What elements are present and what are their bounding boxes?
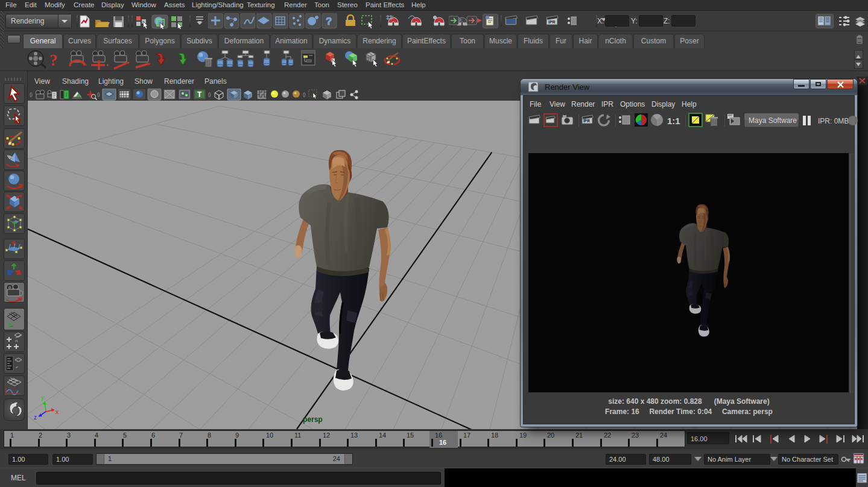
svg-text:z: z (34, 414, 37, 421)
svg-text:y: y (41, 394, 44, 401)
svg-text:IPR: IPR (583, 119, 590, 123)
svg-text:T: T (197, 90, 202, 99)
svg-text:IPR: 0MB: IPR: 0MB (818, 117, 849, 125)
svg-text:1:1: 1:1 (667, 116, 680, 126)
svg-text:IPR: IPR (548, 20, 556, 24)
svg-text:x: x (55, 409, 59, 415)
svg-text:persp: persp (303, 415, 323, 424)
svg-text:?: ? (326, 16, 332, 27)
svg-text:?: ? (49, 51, 58, 69)
svg-text:Maya Software: Maya Software (749, 116, 797, 125)
